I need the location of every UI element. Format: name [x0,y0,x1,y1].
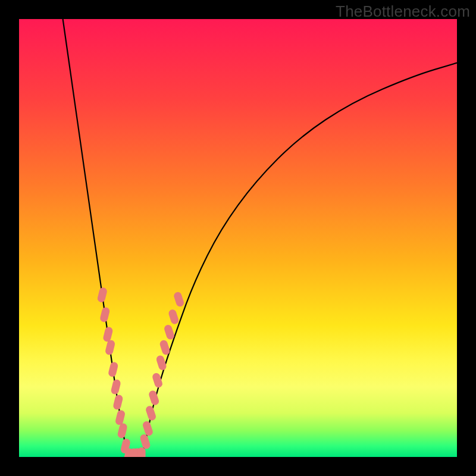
watermark-text: TheBottleneck.com [336,2,470,21]
chart-frame: TheBottleneck.com [0,0,476,476]
plot-area [19,19,457,457]
data-marker [138,447,146,457]
chart-svg [19,19,457,457]
